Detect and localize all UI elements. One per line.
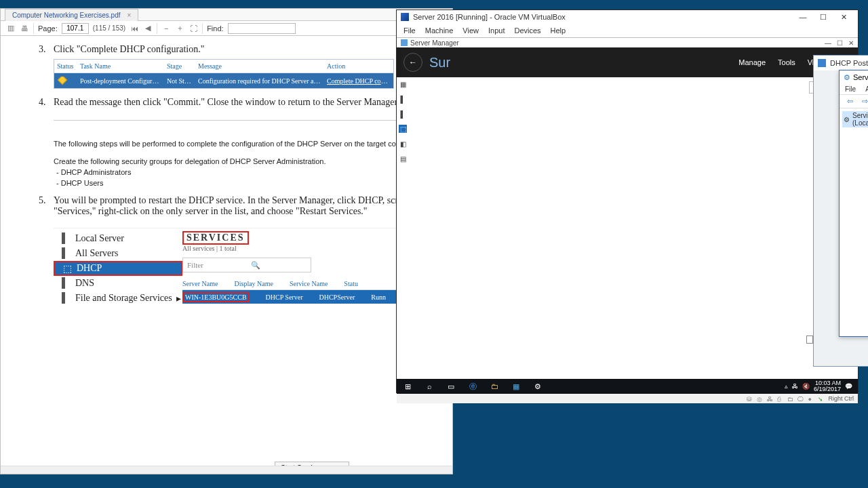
- find-input[interactable]: [228, 23, 296, 34]
- shared-led-icon: 🗀: [787, 396, 793, 402]
- vb-menubar: File Machine View Input Devices Help: [397, 24, 858, 37]
- prev-page-icon[interactable]: ◀: [143, 24, 153, 33]
- start-button[interactable]: ⊞: [397, 379, 418, 394]
- usb-led-icon: ⎙: [777, 396, 783, 402]
- action-center-icon[interactable]: 💬: [845, 383, 852, 390]
- wiz-titlebar[interactable]: DHCP Post-Install configuration wizard —…: [814, 56, 868, 70]
- host-key: Right Ctrl: [828, 395, 854, 402]
- menu-input[interactable]: Input: [488, 26, 505, 35]
- nav-dashboard-icon[interactable]: ▦: [399, 80, 407, 88]
- minimize-button[interactable]: —: [793, 11, 813, 23]
- mouse-capture-icon: ➘: [818, 396, 824, 402]
- back-icon[interactable]: ⇦: [844, 96, 856, 107]
- step-3: 3. Click "Complete DHCP configuration." …: [54, 44, 441, 89]
- menu-file[interactable]: File: [845, 85, 856, 93]
- explorer-icon[interactable]: 🗀: [484, 379, 505, 394]
- sound-icon[interactable]: 🔇: [802, 383, 810, 390]
- guest-server-manager: Server Manager — ☐ ✕ ← Sur Manage Tools …: [397, 37, 858, 378]
- svc-toolbar: ⇦ ⇨ ▦ ☰ ⭢ ⟳ ? ▶ ■ ❚❚ ↻: [840, 95, 868, 108]
- hdd-led-icon: ⛁: [747, 396, 753, 402]
- nav-dns-icon[interactable]: ◧: [399, 140, 407, 148]
- menu-manage[interactable]: Manage: [738, 58, 766, 66]
- menu-machine[interactable]: Machine: [425, 26, 454, 35]
- menu-file[interactable]: File: [403, 26, 416, 35]
- close-button[interactable]: ✕: [848, 39, 854, 47]
- svc-titlebar[interactable]: ⚙ Services — ☐ ✕: [840, 70, 868, 84]
- print-icon[interactable]: 🖶: [20, 24, 29, 33]
- svc-title-text: Services: [853, 73, 868, 81]
- nav-dhcp-icon[interactable]: ⬚: [399, 125, 407, 133]
- pdf-tab-title: Computer Networking Exercises.pdf: [12, 12, 121, 19]
- commit-panel: The following steps will be performed to…: [54, 120, 441, 187]
- nav-local-icon[interactable]: ▌: [399, 95, 407, 103]
- menu-help[interactable]: Help: [551, 26, 566, 35]
- back-button[interactable]: ←: [403, 53, 422, 72]
- services-taskbar-icon[interactable]: ⚙: [527, 379, 549, 394]
- td-task: Post-deployment Configuration: [77, 77, 164, 85]
- guest-taskbar: ⊞ ⌕ ▭ ⓔ 🗀 ▦ ⚙ ▵ 🖧 🔇 10:03 AM 6/19/2017 💬: [397, 379, 858, 394]
- display-led-icon: 🖵: [797, 396, 804, 402]
- th-action: Action: [324, 62, 392, 70]
- maximize-button[interactable]: ☐: [837, 39, 843, 47]
- chevron-down-icon[interactable]: [806, 336, 813, 344]
- pdf-tab[interactable]: Computer Networking Exercises.pdf ×: [5, 9, 138, 21]
- separator: [202, 23, 203, 34]
- td-stage: Not Star...: [164, 77, 195, 85]
- forward-icon[interactable]: ⇨: [859, 96, 868, 107]
- sm-left-nav: ▦ ▌ ▌ ⬚ ◧ ▤: [397, 77, 409, 378]
- sm-titlebar[interactable]: Server Manager — ☐ ✕: [397, 38, 858, 47]
- close-icon[interactable]: ×: [127, 12, 132, 19]
- fit-width-icon[interactable]: ⛶: [189, 24, 198, 33]
- menu-view[interactable]: View: [462, 26, 479, 35]
- sidebar-toggle-icon[interactable]: ▥: [6, 24, 16, 33]
- sm-heading: Sur: [429, 55, 450, 70]
- sm-nav-item: ▌All Servers: [54, 246, 182, 261]
- tree-node[interactable]: ⚙ Services (Local): [842, 111, 868, 127]
- zoom-in-icon[interactable]: ＋: [175, 24, 184, 33]
- panel-text: Create the following security groups for…: [54, 157, 441, 165]
- vb-titlebar[interactable]: Server 2016 [Running] - Oracle VM Virtua…: [397, 10, 858, 24]
- tray-icon[interactable]: ▵: [785, 383, 788, 390]
- wizard-icon: [818, 59, 826, 67]
- td-action-link: Complete DHCP configurat...: [324, 77, 392, 85]
- maximize-button[interactable]: ☐: [813, 11, 833, 23]
- search-button[interactable]: ⌕: [418, 379, 440, 394]
- sm-nav-item: ▌Local Server: [54, 231, 182, 246]
- svc-body: ⚙ Services (Local) ⚙ Services (Local) DN…: [840, 108, 868, 336]
- clock[interactable]: 10:03 AM 6/19/2017: [814, 380, 841, 392]
- td-msg: Configuration required for DHCP Server a…: [195, 77, 324, 85]
- server-manager-icon: [401, 39, 408, 46]
- chevron-right-icon: ▸: [176, 293, 181, 304]
- menu-tools[interactable]: Tools: [778, 58, 795, 66]
- scrollbar-vertical[interactable]: [806, 141, 813, 369]
- task-table: Status Task Name Stage Message Action Po…: [54, 59, 394, 89]
- taskview-button[interactable]: ▭: [440, 379, 462, 394]
- virtualbox-icon: [401, 13, 409, 21]
- ie-icon[interactable]: ⓔ: [462, 379, 484, 394]
- step-text: Click "Complete DHCP configuration.": [54, 44, 204, 54]
- close-button[interactable]: ✕: [833, 11, 854, 23]
- nav-storage-icon[interactable]: ▤: [399, 155, 407, 163]
- task-table-row: Post-deployment Configuration Not Star..…: [54, 73, 393, 88]
- sm-nav-item: ▌File and Storage Services▸: [54, 291, 182, 306]
- server-manager-taskbar-icon[interactable]: ▦: [505, 379, 527, 394]
- record-led-icon: ●: [808, 396, 814, 402]
- menu-action[interactable]: Action: [865, 85, 868, 93]
- search-icon: 🔍: [247, 261, 311, 270]
- server-manager-screenshot: ▌Local Server ▌All Servers ⬚DHCP ▌DNS ▌F…: [54, 228, 441, 306]
- sm-topbar: ← Sur Manage Tools View Help: [397, 47, 858, 77]
- svc-tree: ⚙ Services (Local): [840, 108, 868, 336]
- separator: [157, 23, 157, 34]
- first-page-icon[interactable]: ⏮: [130, 24, 139, 33]
- page-input[interactable]: [62, 23, 89, 34]
- network-icon[interactable]: 🖧: [792, 383, 798, 390]
- minimize-button[interactable]: —: [825, 39, 831, 47]
- menu-devices[interactable]: Devices: [514, 26, 540, 35]
- nav-all-icon[interactable]: ▌: [399, 110, 407, 118]
- step-text: You will be prompted to restart the DHCP…: [54, 195, 441, 216]
- vb-title-text: Server 2016 [Running] - Oracle VM Virtua…: [413, 13, 566, 21]
- zoom-out-icon[interactable]: −: [161, 24, 171, 33]
- horizontal-scrollbar[interactable]: [1, 466, 452, 474]
- th-message: Message: [195, 62, 324, 70]
- step-number: 4.: [39, 97, 46, 108]
